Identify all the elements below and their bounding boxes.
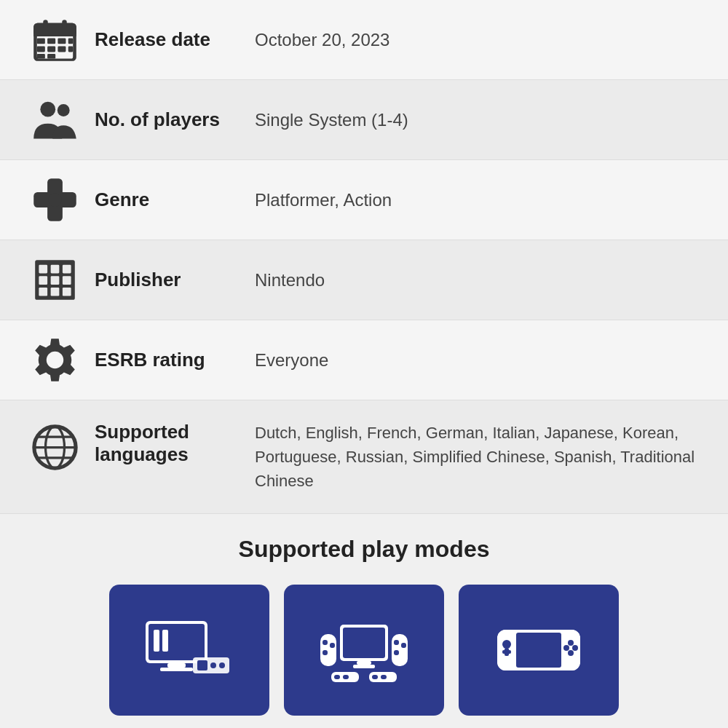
svg-rect-29 xyxy=(62,276,71,285)
play-modes-cards: TV xyxy=(15,585,713,728)
globe-icon xyxy=(22,424,87,471)
svg-rect-66 xyxy=(372,675,378,679)
svg-rect-26 xyxy=(62,265,71,274)
tv-mode-box xyxy=(109,585,269,716)
svg-rect-53 xyxy=(323,650,328,655)
svg-rect-16 xyxy=(43,20,48,28)
svg-point-19 xyxy=(57,104,69,116)
svg-rect-28 xyxy=(50,276,59,285)
svg-rect-48 xyxy=(210,662,216,668)
svg-rect-61 xyxy=(394,650,399,655)
languages-value: Dutch, English, French, German, Italian,… xyxy=(240,421,706,493)
svg-point-18 xyxy=(40,102,55,117)
languages-row: Supported languages Dutch, English, Fren… xyxy=(0,400,728,514)
svg-rect-74 xyxy=(505,648,509,656)
svg-rect-17 xyxy=(62,20,67,28)
svg-rect-58 xyxy=(392,634,408,666)
esrb-row: ESRB rating Everyone xyxy=(0,320,728,400)
svg-rect-44 xyxy=(167,663,186,668)
release-date-row: Release date October 20, 2023 xyxy=(0,0,728,80)
tabletop-mode-box xyxy=(284,585,444,716)
tabletop-label: Tabletop xyxy=(325,724,403,728)
tabletop-mode-card: Tabletop xyxy=(284,585,444,728)
svg-rect-51 xyxy=(323,640,328,645)
handheld-label: Handheld xyxy=(496,724,582,728)
svg-rect-60 xyxy=(401,643,406,648)
svg-rect-7 xyxy=(47,39,55,44)
svg-rect-57 xyxy=(353,665,375,668)
svg-rect-24 xyxy=(39,265,47,274)
svg-rect-6 xyxy=(36,39,44,44)
svg-point-78 xyxy=(568,650,574,656)
svg-rect-31 xyxy=(50,288,59,296)
svg-rect-64 xyxy=(334,675,340,679)
gear-icon xyxy=(22,336,87,384)
esrb-label: ESRB rating xyxy=(87,349,240,371)
svg-rect-41 xyxy=(154,630,159,652)
svg-point-33 xyxy=(46,352,63,368)
svg-rect-9 xyxy=(68,39,73,44)
svg-rect-15 xyxy=(47,54,55,59)
svg-rect-67 xyxy=(381,675,387,679)
release-date-label: Release date xyxy=(87,28,240,51)
players-label: No. of players xyxy=(87,108,240,131)
svg-point-22 xyxy=(48,193,61,206)
svg-rect-14 xyxy=(36,54,44,59)
svg-rect-43 xyxy=(162,639,168,642)
publisher-row: Publisher Nintendo xyxy=(0,240,728,320)
svg-rect-25 xyxy=(50,265,59,274)
players-icon xyxy=(22,96,87,143)
svg-rect-8 xyxy=(58,39,66,44)
svg-rect-32 xyxy=(62,288,71,296)
svg-rect-45 xyxy=(160,668,193,671)
svg-rect-13 xyxy=(68,47,73,52)
building-icon xyxy=(22,256,87,304)
svg-rect-55 xyxy=(343,628,385,658)
handheld-mode-card: Handheld xyxy=(459,585,619,728)
svg-rect-50 xyxy=(320,634,336,666)
play-modes-title: Supported play modes xyxy=(15,536,713,563)
tv-mode-card: TV xyxy=(109,585,269,728)
svg-point-76 xyxy=(572,645,578,651)
svg-rect-71 xyxy=(516,633,561,668)
genre-row: Genre Platformer, Action xyxy=(0,160,728,240)
genre-value: Platformer, Action xyxy=(240,190,706,210)
genre-label: Genre xyxy=(87,189,240,211)
svg-rect-49 xyxy=(219,662,225,668)
languages-label: Supported languages xyxy=(87,421,240,466)
release-date-value: October 20, 2023 xyxy=(240,30,706,50)
players-value: Single System (1-4) xyxy=(240,110,706,130)
tv-label: TV xyxy=(177,724,201,728)
publisher-value: Nintendo xyxy=(240,270,706,290)
svg-rect-11 xyxy=(47,47,55,52)
svg-rect-5 xyxy=(33,31,76,36)
svg-point-72 xyxy=(502,640,511,649)
handheld-mode-box xyxy=(459,585,619,716)
info-table: Release date October 20, 2023 No. of pla… xyxy=(0,0,728,514)
svg-rect-65 xyxy=(343,675,349,679)
esrb-value: Everyone xyxy=(240,350,706,371)
dpad-icon xyxy=(22,176,87,223)
svg-rect-59 xyxy=(394,640,399,645)
svg-rect-30 xyxy=(39,288,47,296)
svg-rect-47 xyxy=(197,660,207,670)
players-row: No. of players Single System (1-4) xyxy=(0,80,728,160)
publisher-label: Publisher xyxy=(87,269,240,291)
svg-rect-27 xyxy=(39,276,47,285)
calendar-icon xyxy=(22,16,87,63)
svg-rect-10 xyxy=(36,47,44,52)
play-modes-section: Supported play modes xyxy=(0,514,728,728)
svg-rect-52 xyxy=(330,643,335,648)
svg-point-75 xyxy=(568,640,574,646)
svg-rect-56 xyxy=(357,661,371,665)
svg-point-77 xyxy=(563,645,569,651)
svg-rect-12 xyxy=(58,47,66,52)
